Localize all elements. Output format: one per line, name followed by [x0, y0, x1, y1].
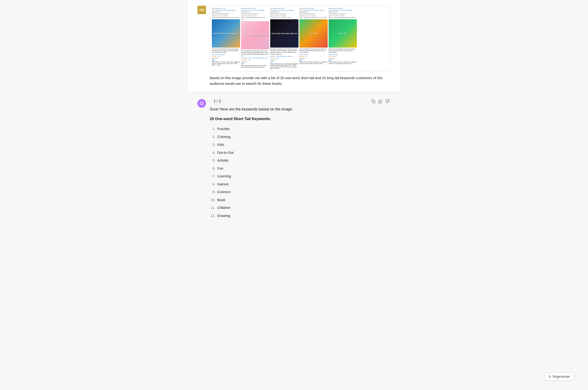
- book-cover: Dot to Dot: [329, 19, 357, 48]
- keyword-item: 7. Learning: [210, 172, 390, 180]
- thumbs-down-button[interactable]: [384, 98, 390, 104]
- book-format: Paperback: [241, 61, 269, 63]
- keyword-text: Puzzles: [217, 126, 230, 132]
- book-card: Best-sellers rank #4,173 #6 in Children'…: [212, 8, 240, 69]
- keyword-number: 3.: [210, 142, 215, 148]
- keyword-text: Connect: [217, 189, 230, 195]
- user-avatar: CH: [198, 6, 206, 14]
- keyword-item: 6. Fun: [210, 164, 390, 172]
- book-delivery: FREE delivery on $35 shipped by Amazon. …: [241, 65, 269, 68]
- amazon-image-grid: Best-sellers rank #4,173 #6 in Children'…: [210, 6, 390, 71]
- keyword-number: 5.: [210, 157, 215, 163]
- keyword-number: 1.: [210, 126, 215, 132]
- book-price: $6⁰⁰: [212, 60, 240, 61]
- book-price: $7⁹⁹: [270, 61, 298, 63]
- keyword-text: Coloring: [217, 134, 230, 140]
- regenerate-icon: ↻: [548, 375, 551, 379]
- keyword-item: 9. Connect: [210, 188, 390, 196]
- book-card: Best-sellers rank #5,127 #5 in Children'…: [270, 8, 298, 69]
- book-rank: Best-sellers rank #28,860 #14 in Childre…: [299, 8, 328, 19]
- book-author[interactable]: By Little Cat Press: [329, 54, 357, 55]
- pagination-prev-btn[interactable]: ‹: [210, 99, 211, 103]
- book-format: Paperback: [212, 58, 240, 59]
- book-category-link[interactable]: #6 in Children's Dot to Dot Activity Boo…: [241, 10, 264, 11]
- keyword-text: Activity: [217, 157, 229, 163]
- book-delivery: FREE delivery Sun, Nov 5 on $35 of items…: [299, 61, 328, 64]
- book-cover: DOT TO DOT Books For Kids: [241, 21, 269, 49]
- keyword-number: 4.: [210, 149, 215, 156]
- book-stars: ★★★★☆ 76: [299, 56, 328, 57]
- book-category-link[interactable]: #21 in Children's Dot to Dot Activity Bo…: [329, 10, 353, 11]
- book-cover: DOT TO DOT for Kids ages 4-8: [212, 19, 240, 48]
- book-rank: Best-sellers rank #65,427 #21 in Childre…: [329, 8, 357, 19]
- keyword-item: 11. Children: [210, 204, 390, 212]
- book-format: Paperback: [299, 58, 328, 59]
- keyword-item: 8. Games: [210, 180, 390, 188]
- book-author[interactable]: By Samira Taj and Titans: [212, 54, 240, 55]
- keyword-text: Kids: [217, 142, 224, 148]
- thumbs-down-icon: [385, 99, 390, 103]
- keyword-item: 1. Puzzles: [210, 125, 390, 133]
- keyword-text: Fun: [217, 165, 223, 171]
- regenerate-button[interactable]: ↻ Regenerate: [545, 373, 574, 381]
- book-stars: ★★★★★ 11: [329, 56, 357, 57]
- book-stars: ★★★★☆ 2,716: [241, 59, 269, 61]
- keyword-item: 12. Drawing: [210, 212, 390, 220]
- copy-button[interactable]: [370, 98, 377, 104]
- book-title: Dot To Dot for Kids Ages 4-8: Over 100 U…: [329, 48, 357, 53]
- short-tail-title: 20 One-word Short Tail Keywords:: [210, 117, 390, 121]
- keyword-number: 10.: [210, 197, 215, 203]
- keyword-item: 4. Dot-to-Dot: [210, 148, 390, 157]
- book-delivery: FREE delivery Sun, Nov 5 on $35 of items…: [270, 63, 298, 69]
- book-cover: DOT to DOT FOR KIDS AGES 4-8: [270, 19, 298, 48]
- thumbs-up-button[interactable]: [377, 98, 383, 104]
- ai-message: ‹ 1 / 2 ›: [188, 93, 400, 229]
- book-title: Dot To Dot Books For Kids Ages 4-8: More…: [299, 48, 328, 53]
- keyword-item: 5. Activity: [210, 156, 390, 164]
- keyword-list: 1. Puzzles 2. Coloring 3. Kids 4. Dot-to…: [210, 125, 390, 219]
- book-stars: ★★★★☆ 411: [212, 56, 240, 57]
- book-rank: Best-sellers rank #5,127 #5 in Children'…: [270, 8, 298, 19]
- keyword-text: Games: [217, 181, 229, 187]
- book-delivery: FREE delivery Sun, Nov 5 on $35 of items…: [212, 61, 240, 66]
- book-category-link[interactable]: #14 in Children's Dot to Dot Activity Bo…: [299, 10, 324, 11]
- user-text: based on this image provide me with a li…: [210, 75, 390, 86]
- keyword-number: 7.: [210, 173, 215, 179]
- book-price: $7⁹⁹: [241, 63, 269, 65]
- book-delivery: FREE delivery Sun, Nov 5 on $35 of items…: [329, 61, 357, 64]
- keyword-text: Children: [217, 205, 230, 211]
- book-cover: Dot To Dot: [299, 19, 328, 48]
- book-category-link[interactable]: #5 in Children's Dot to Dot Activity Boo…: [270, 10, 294, 11]
- copy-icon: [371, 99, 376, 103]
- book-rank: Best-sellers rank #4,173 #6 in Children'…: [212, 8, 240, 19]
- keyword-number: 12.: [210, 213, 215, 219]
- keyword-number: 11.: [210, 205, 215, 211]
- book-category-link[interactable]: #6 in Children's Dot to Dot Activity Boo…: [212, 10, 235, 11]
- book-author[interactable]: By M. M. Shane: [299, 54, 328, 55]
- keyword-text: Learning: [217, 173, 231, 179]
- pagination-label: 1 / 2: [213, 99, 221, 103]
- regenerate-label: Regenerate: [553, 375, 570, 379]
- book-author[interactable]: Book 2 of 3: Dot to Dot Books for Childr…: [270, 55, 298, 57]
- book-card: Best-sellers rank #65,427 #21 in Childre…: [329, 8, 357, 69]
- ai-avatar: [198, 99, 206, 108]
- thumbs-up-icon: [378, 99, 382, 103]
- keyword-item: 10. Book: [210, 196, 390, 204]
- keyword-text: Drawing: [217, 213, 230, 219]
- book-stars: ★★★★☆ 529: [270, 57, 298, 59]
- keyword-item: 3. Kids: [210, 141, 390, 148]
- keyword-number: 9.: [210, 189, 215, 195]
- ai-content: ‹ 1 / 2 ›: [210, 98, 390, 224]
- book-card: Best-sellers rank #15,530 #6 in Children…: [241, 8, 269, 69]
- book-author[interactable]: By Jennifer L. Trace , Kids Activity Pub…: [241, 57, 269, 59]
- book-format: Paperback: [329, 58, 357, 59]
- ai-intro: Sure! Here are the keywords based on the…: [210, 106, 390, 112]
- book-card: Best-sellers rank #28,860 #14 in Childre…: [299, 8, 328, 69]
- pagination-next-btn[interactable]: ›: [223, 99, 225, 103]
- keyword-number: 8.: [210, 181, 215, 187]
- book-format: Paperback: [270, 59, 298, 61]
- book-title: Dot To Dot Books For Kids Ages 4-8: 101 …: [241, 50, 269, 57]
- book-price: $6⁰⁰: [299, 60, 328, 61]
- page-actions: [370, 98, 390, 104]
- keyword-number: 6.: [210, 165, 215, 171]
